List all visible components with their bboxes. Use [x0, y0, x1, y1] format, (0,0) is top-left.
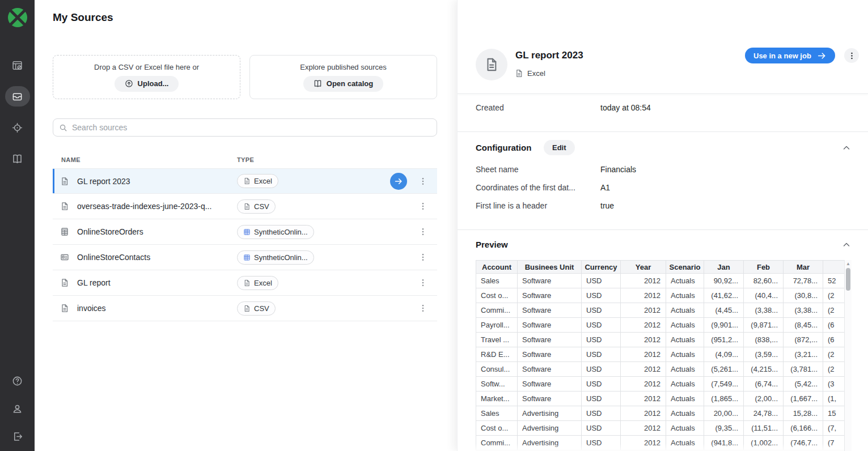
source-row[interactable]: GL reportExcel	[53, 270, 437, 296]
search-icon	[59, 124, 67, 132]
preview-heading: Preview	[476, 240, 508, 249]
clover-logo-icon[interactable]	[6, 6, 29, 29]
upload-circle-icon	[125, 79, 133, 88]
book-icon	[12, 154, 23, 164]
file-icon	[243, 279, 251, 287]
preview-column-header: Account	[476, 261, 518, 274]
type-badge: SyntheticOnlin...	[237, 250, 314, 265]
preview-cell: 2012	[621, 392, 666, 406]
preview-cell: Actuals	[666, 318, 704, 333]
upload-button[interactable]: Upload...	[115, 76, 179, 92]
preview-cell: (9,901...	[704, 318, 744, 333]
row-menu-button[interactable]	[418, 202, 427, 211]
preview-column-header: Mar	[784, 261, 823, 274]
preview-cell: USD	[582, 406, 621, 421]
preview-cell: 2012	[621, 274, 666, 288]
preview-cell: (1,667...	[784, 392, 823, 406]
source-rows: GL report 2023Exceloverseas-trade-indexe…	[53, 168, 437, 321]
preview-cell: Actuals	[666, 274, 704, 288]
edit-configuration-button[interactable]: Edit	[544, 140, 575, 155]
file-icon	[60, 177, 69, 186]
preview-cell: (872,...	[784, 333, 823, 347]
open-catalog-label: Open catalog	[327, 79, 373, 88]
detail-title: GL report 2023	[515, 50, 583, 61]
preview-cell: Softw...	[476, 377, 518, 392]
source-row[interactable]: OnlineStoreOrdersSyntheticOnlin...	[53, 219, 437, 245]
preview-table-wrap: AccountBusinees UnitCurrencyYearScenario…	[476, 260, 852, 451]
sidebar-item-sources[interactable]	[5, 86, 30, 107]
upload-dropzone[interactable]: Drop a CSV or Excel file here or Upload.…	[53, 55, 240, 99]
file-icon	[60, 278, 69, 287]
my-sources-panel: My Sources Drop a CSV or Excel file here…	[35, 0, 457, 451]
sidebar-bottom	[12, 376, 23, 442]
use-in-new-job-button[interactable]: Use in a new job	[745, 48, 835, 63]
page-title: My Sources	[53, 11, 113, 24]
created-label: Created	[476, 103, 504, 112]
preview-cell: Commi...	[476, 436, 518, 450]
row-menu-button[interactable]	[418, 253, 427, 262]
preview-row: SalesSoftwareUSD2012Actuals90,92...82,60…	[476, 274, 851, 288]
source-row[interactable]: GL report 2023Excel	[53, 168, 437, 194]
collapse-preview-button[interactable]	[842, 240, 851, 249]
file-icon	[60, 304, 69, 313]
preview-column-header: Year	[621, 261, 666, 274]
sidebar-item-logout[interactable]	[12, 431, 23, 442]
sidebar-item-jobs[interactable]	[5, 55, 30, 75]
sources-icon	[12, 91, 23, 102]
file-icon	[243, 203, 251, 210]
detail-subtitle: Excel	[515, 69, 545, 78]
source-name: invoices	[77, 304, 106, 313]
sidebar-item-tracker[interactable]	[5, 117, 30, 138]
row-menu-button[interactable]	[418, 304, 427, 313]
preview-cell: (2,00...	[744, 392, 784, 406]
source-detail-panel: GL report 2023 Excel Use in a new job Cr…	[457, 0, 868, 451]
preview-cell: (4,09...	[704, 347, 744, 362]
sidebar-item-account[interactable]	[12, 403, 23, 414]
preview-cell: (3,21...	[784, 347, 823, 362]
preview-cell: Software	[518, 274, 582, 288]
preview-cell: Consul...	[476, 362, 518, 377]
source-row[interactable]: invoicesCSV	[53, 296, 437, 321]
detail-menu-button[interactable]	[844, 48, 859, 63]
file-icon	[243, 177, 251, 185]
column-header-type: TYPE	[237, 156, 254, 163]
open-catalog-button[interactable]: Open catalog	[303, 76, 383, 92]
preview-cell: Advertising	[518, 406, 582, 421]
preview-cell: Actuals	[666, 362, 704, 377]
preview-table: AccountBusinees UnitCurrencyYearScenario…	[476, 260, 851, 450]
preview-column-header: Jan	[704, 261, 744, 274]
search-input[interactable]	[72, 123, 431, 132]
preview-cell: USD	[582, 392, 621, 406]
file-icon	[484, 57, 499, 72]
type-badge-label: Excel	[254, 279, 272, 287]
logout-icon	[12, 431, 23, 442]
created-value: today at 08:54	[600, 103, 651, 112]
source-row[interactable]: overseas-trade-indexes-june-2023-q...CSV	[53, 194, 437, 219]
type-badge: Excel	[237, 174, 278, 188]
preview-cell: Actuals	[666, 377, 704, 392]
preview-cell: (4,45...	[704, 303, 744, 318]
row-menu-button[interactable]	[418, 278, 427, 287]
sidebar-item-help[interactable]	[12, 376, 23, 386]
source-row[interactable]: OnlineStoreContactsSyntheticOnlin...	[53, 245, 437, 270]
preview-cell: 82,60...	[744, 274, 784, 288]
type-badge: CSV	[237, 199, 276, 214]
preview-cell: 2012	[621, 318, 666, 333]
scrollbar-thumb[interactable]	[846, 268, 850, 291]
type-badge: CSV	[237, 301, 276, 316]
preview-cell: Software	[518, 288, 582, 303]
collapse-configuration-button[interactable]	[842, 143, 851, 152]
preview-cell: Travel ...	[476, 333, 518, 347]
scroll-up-arrow-icon[interactable]: ▲	[845, 261, 852, 266]
preview-cell: Actuals	[666, 303, 704, 318]
sidebar-item-catalog[interactable]	[5, 148, 30, 169]
open-source-button[interactable]	[390, 173, 407, 190]
row-menu-button[interactable]	[418, 227, 427, 236]
row-menu-button[interactable]	[418, 177, 427, 186]
preview-cell: 2012	[621, 288, 666, 303]
preview-cell: (1,002...	[744, 436, 784, 450]
preview-cell: Actuals	[666, 347, 704, 362]
type-badge: SyntheticOnlin...	[237, 225, 314, 239]
preview-scrollbar[interactable]: ▲	[844, 260, 852, 451]
user-icon	[12, 403, 23, 414]
